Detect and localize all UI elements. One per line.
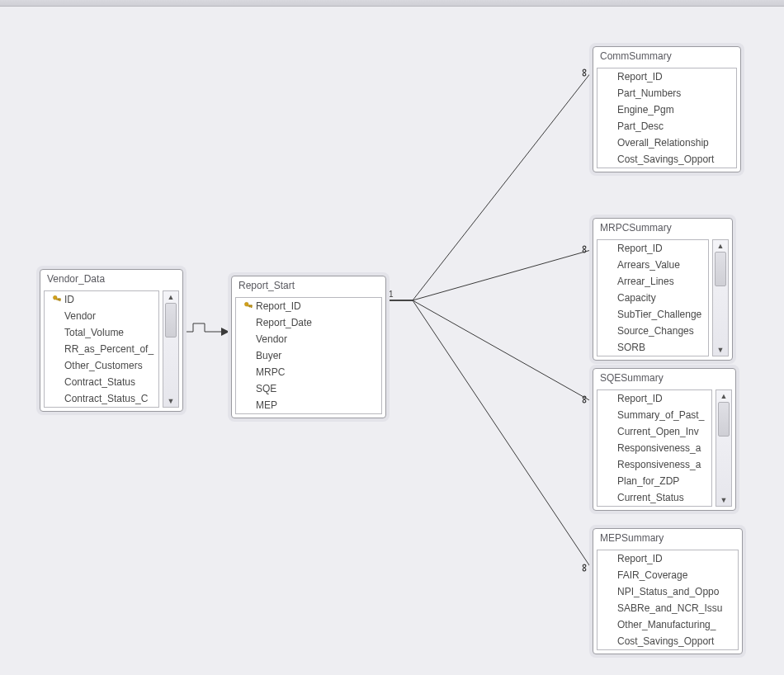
field-row[interactable]: SubTier_Challenge — [597, 306, 708, 323]
scroll-up-icon[interactable]: ▲ — [720, 390, 728, 402]
table-title[interactable]: Vendor_Data — [40, 270, 182, 290]
field-name: Current_Status — [617, 492, 684, 503]
field-row[interactable]: Contract_Status — [45, 374, 158, 390]
scrollbar[interactable]: ▲▼ — [712, 239, 729, 356]
field-row[interactable]: Report_ID — [597, 550, 738, 567]
field-row[interactable]: Arrear_Lines — [597, 273, 708, 290]
field-name: Vendor — [256, 333, 287, 345]
table-title[interactable]: MRPCSummary — [593, 219, 732, 239]
scroll-up-icon[interactable]: ▲ — [168, 291, 175, 303]
window-top-border — [0, 0, 784, 7]
field-name: Report_ID — [617, 71, 663, 83]
field-row[interactable]: Current_Status — [597, 489, 711, 506]
field-row[interactable]: Responsiveness_a — [597, 456, 711, 473]
field-name: Part_Numbers — [617, 87, 681, 99]
field-name: Overall_Relationship — [617, 137, 709, 149]
field-row[interactable]: ID — [45, 291, 158, 308]
field-row[interactable]: Arrears_Value — [597, 257, 708, 273]
scrollbar[interactable]: ▲▼ — [716, 389, 732, 507]
scrollbar[interactable]: ▲▼ — [163, 290, 179, 408]
scroll-down-icon[interactable]: ▼ — [168, 395, 175, 407]
scroll-down-icon[interactable]: ▼ — [720, 494, 728, 506]
field-row[interactable]: Total_Volume — [45, 324, 158, 341]
field-name: MRPC — [256, 366, 285, 378]
scroll-down-icon[interactable]: ▼ — [717, 344, 725, 356]
field-row[interactable]: RR_as_Percent_of_ — [45, 341, 158, 357]
field-row[interactable]: Report_Date — [236, 314, 381, 331]
field-row[interactable]: Other_Customers — [45, 357, 158, 374]
field-row[interactable]: Part_Desc — [597, 118, 736, 135]
scroll-up-icon[interactable]: ▲ — [717, 240, 725, 252]
field-name: Capacity — [617, 292, 656, 304]
table-title[interactable]: Report_Start — [232, 276, 385, 297]
table-report-start[interactable]: Report_StartReport_IDReport_DateVendorBu… — [231, 276, 386, 418]
table-vendor-data[interactable]: Vendor_DataIDVendorTotal_VolumeRR_as_Per… — [40, 269, 183, 412]
field-row[interactable]: SABRe_and_NCR_Issu — [597, 600, 738, 616]
field-list[interactable]: Report_IDPart_NumbersEngine_PgmPart_Desc… — [597, 68, 737, 168]
field-list[interactable]: IDVendorTotal_VolumeRR_as_Percent_of_Oth… — [44, 290, 159, 408]
relationships-canvas[interactable]: 1 ∞ ∞ ∞ ∞ Vendor_DataIDVendorTotal_Volum… — [0, 7, 784, 675]
field-row[interactable]: Engine_Pgm — [597, 101, 736, 118]
field-row[interactable]: Report_ID — [236, 298, 381, 314]
field-name: Arrears_Value — [617, 259, 680, 271]
table-title[interactable]: MEPSummary — [593, 529, 742, 550]
field-row[interactable]: Report_ID — [597, 390, 711, 407]
field-name: Arrear_Lines — [617, 276, 674, 287]
field-row[interactable]: Contract_Status_C — [45, 390, 158, 407]
primary-key-icon — [52, 295, 62, 304]
field-row[interactable]: Part_Numbers — [597, 85, 736, 101]
field-row[interactable]: MEP — [236, 397, 381, 413]
table-comm-summary[interactable]: CommSummaryReport_IDPart_NumbersEngine_P… — [593, 46, 741, 172]
field-name: Report_ID — [617, 393, 663, 404]
svg-rect-4 — [58, 299, 59, 300]
scroll-thumb[interactable] — [165, 303, 177, 338]
field-row[interactable]: Source_Changes — [597, 323, 708, 339]
table-mep-summary[interactable]: MEPSummaryReport_IDFAIR_CoverageNPI_Stat… — [593, 528, 743, 654]
field-list[interactable]: Report_IDSummary_of_Past_Current_Open_In… — [597, 389, 712, 507]
field-row[interactable]: Report_ID — [597, 68, 736, 85]
field-name: Report_ID — [617, 243, 663, 254]
table-sqe-summary[interactable]: SQESummaryReport_IDSummary_of_Past_Curre… — [593, 368, 736, 511]
relation-many-label: ∞ — [579, 245, 592, 253]
scroll-thumb[interactable] — [715, 252, 726, 286]
field-row[interactable]: Current_Open_Inv — [597, 423, 711, 440]
field-row[interactable]: Responsiveness_a — [597, 440, 711, 456]
field-row[interactable]: Capacity — [597, 290, 708, 306]
relation-many-label: ∞ — [579, 564, 592, 572]
field-row[interactable]: MRPC — [236, 364, 381, 380]
field-list[interactable]: Report_IDReport_DateVendorBuyerMRPCSQEME… — [235, 297, 382, 414]
field-name: Responsiveness_a — [617, 442, 701, 454]
svg-marker-0 — [221, 328, 229, 336]
field-row[interactable]: Other_Manufacturing_ — [597, 616, 738, 633]
field-row[interactable]: Cost_Savings_Opport — [597, 633, 738, 649]
relation-many-label: ∞ — [579, 395, 592, 404]
field-row[interactable]: Cost_Savings_Opport — [597, 151, 736, 168]
table-title[interactable]: CommSummary — [593, 47, 740, 68]
field-row[interactable]: Report_ID — [597, 240, 708, 257]
field-row[interactable]: NPI_Status_and_Oppo — [597, 583, 738, 600]
field-name: Contract_Status — [64, 376, 135, 388]
table-title[interactable]: SQESummary — [593, 369, 735, 389]
field-name: Source_Changes — [617, 325, 694, 337]
relation-one-label: 1 — [389, 290, 394, 299]
field-row[interactable]: SORB — [597, 339, 708, 356]
field-row[interactable]: Vendor — [45, 308, 158, 324]
field-row[interactable]: Summary_of_Past_ — [597, 407, 711, 423]
scroll-track[interactable] — [163, 303, 178, 395]
table-mrpc-summary[interactable]: MRPCSummaryReport_IDArrears_ValueArrear_… — [593, 218, 733, 361]
scroll-track[interactable] — [713, 252, 728, 344]
field-name: Engine_Pgm — [617, 104, 674, 116]
field-row[interactable]: FAIR_Coverage — [597, 567, 738, 583]
field-list[interactable]: Report_IDArrears_ValueArrear_LinesCapaci… — [597, 239, 709, 356]
field-row[interactable]: SQE — [236, 380, 381, 397]
field-list[interactable]: Report_IDFAIR_CoverageNPI_Status_and_Opp… — [597, 550, 739, 650]
field-name: Plan_for_ZDP — [617, 475, 679, 487]
field-row[interactable]: Plan_for_ZDP — [597, 473, 711, 489]
field-row[interactable]: Buyer — [236, 347, 381, 364]
field-row[interactable]: Overall_Relationship — [597, 135, 736, 151]
field-name: Summary_of_Past_ — [617, 409, 704, 421]
field-row[interactable]: Vendor — [236, 331, 381, 347]
field-name: Total_Volume — [64, 327, 124, 338]
scroll-track[interactable] — [716, 402, 731, 494]
scroll-thumb[interactable] — [718, 402, 730, 437]
